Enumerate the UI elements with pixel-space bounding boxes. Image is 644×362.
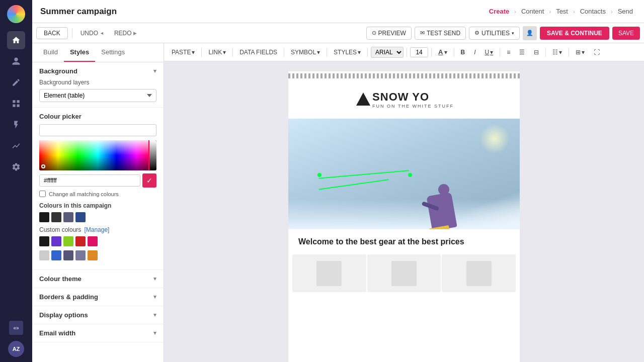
- sidebar-icon-bolt[interactable]: [7, 116, 25, 134]
- custom-swatch-4[interactable]: [75, 236, 86, 246]
- panel-tabs: Build Styles Settings: [32, 43, 164, 62]
- font-size-input[interactable]: [410, 47, 428, 57]
- sidebar-icon-home[interactable]: [7, 31, 25, 49]
- font-color-button[interactable]: A ▾: [435, 47, 450, 57]
- sidebar-icon-contacts[interactable]: [7, 52, 25, 70]
- symbol-button[interactable]: SYMBOL ▾: [287, 47, 324, 57]
- bold-button[interactable]: B: [457, 47, 469, 57]
- nav-step-create[interactable]: Create: [486, 7, 512, 16]
- change-matching-row: Change all matching colours: [39, 191, 156, 197]
- welcome-text-area: Welcome to the best gear at the best pri…: [288, 229, 520, 252]
- color-preview-bar[interactable]: [39, 124, 156, 136]
- borders-padding-chevron: ▾: [153, 294, 156, 300]
- custom-swatch-2[interactable]: [51, 236, 61, 246]
- color-confirm-button[interactable]: ✓: [142, 173, 156, 188]
- paste-button[interactable]: PASTE ▾: [168, 47, 198, 57]
- custom-swatch-9[interactable]: [75, 250, 86, 260]
- expand-icon[interactable]: «»: [9, 321, 23, 335]
- profile-mini-button[interactable]: 👤: [523, 26, 537, 40]
- canvas-top-border: [288, 73, 520, 78]
- nav-step-content[interactable]: Content: [518, 7, 547, 16]
- product-placeholder-1: [316, 261, 342, 286]
- indent-button[interactable]: ⊟: [530, 47, 542, 57]
- welcome-text[interactable]: Welcome to the best gear at the best pri…: [298, 237, 510, 246]
- sidebar-icon-edit[interactable]: [7, 73, 25, 92]
- custom-swatch-10[interactable]: [88, 250, 98, 260]
- preview-button[interactable]: ⊙ PREVIEW: [366, 27, 412, 40]
- utilities-button[interactable]: ⚙ UTILITIES ▾: [469, 27, 520, 40]
- logo-text-area: SNOW YO FUN ON THE WHITE STUFF: [372, 90, 454, 109]
- nav-step-send[interactable]: Send: [615, 7, 636, 16]
- custom-swatch-1[interactable]: [39, 236, 49, 246]
- custom-colours-row: Custom colours [Manage]: [39, 226, 156, 233]
- tab-build[interactable]: Build: [37, 43, 64, 62]
- nav-step-test[interactable]: Test: [553, 7, 571, 16]
- nav-step-contacts[interactable]: Contacts: [577, 7, 609, 16]
- campaign-color-swatches: [39, 212, 156, 222]
- resize-handle-right[interactable]: [408, 173, 412, 177]
- resize-handle-left[interactable]: [317, 173, 321, 177]
- back-button[interactable]: BACK: [36, 27, 68, 39]
- custom-swatch-7[interactable]: [51, 250, 61, 260]
- rich-toolbar: PASTE ▾ LINK ▾ DATA FIELDS SYMBOL: [164, 43, 644, 61]
- colour-theme-section[interactable]: Colour theme ▾: [32, 270, 164, 288]
- expand-button[interactable]: ⛶: [590, 47, 603, 57]
- sidebar-icon-settings[interactable]: [7, 158, 25, 176]
- custom-color-swatches: [39, 236, 156, 246]
- data-fields-button[interactable]: DATA FIELDS: [236, 47, 281, 57]
- align-center-button[interactable]: ☰: [516, 47, 528, 57]
- product-card-1[interactable]: [292, 254, 366, 292]
- color-cursor: [41, 164, 45, 168]
- italic-button[interactable]: I: [470, 47, 479, 57]
- left-panel: Build Styles Settings Background ▾ Backg…: [32, 43, 164, 362]
- save-continue-button[interactable]: SAVE & CONTINUE: [540, 27, 609, 40]
- color-alpha-strip: [149, 140, 156, 170]
- custom-swatch-6[interactable]: [39, 250, 49, 260]
- sun-glow: [479, 124, 510, 154]
- hero-image[interactable]: [288, 119, 520, 229]
- styles-button[interactable]: STYLES ▾: [330, 47, 364, 57]
- sidebar-icon-chart[interactable]: [7, 137, 25, 155]
- color-hex-input[interactable]: [39, 174, 140, 187]
- campaign-swatch-4[interactable]: [75, 212, 86, 222]
- app-logo[interactable]: [7, 5, 25, 23]
- tab-settings[interactable]: Settings: [95, 43, 131, 62]
- campaign-swatch-3[interactable]: [63, 212, 73, 222]
- product-placeholder-2: [391, 261, 417, 286]
- campaign-swatch-1[interactable]: [39, 212, 49, 222]
- icon-sidebar: «» AZ: [0, 0, 32, 362]
- tab-styles[interactable]: Styles: [64, 43, 95, 62]
- product-card-2[interactable]: [367, 254, 441, 292]
- toolbar-sep-1: [72, 28, 72, 38]
- underline-button[interactable]: U ▾: [481, 47, 497, 57]
- undo-button[interactable]: UNDO ◄: [76, 28, 108, 39]
- bg-layers-dropdown[interactable]: Element (table) Page Body: [39, 89, 156, 102]
- change-matching-checkbox[interactable]: [39, 191, 46, 197]
- custom-swatch-3[interactable]: [63, 236, 73, 246]
- nav-arrow-1: ›: [514, 9, 516, 15]
- test-send-button[interactable]: ✉ TEST SEND: [415, 27, 466, 40]
- background-section-header[interactable]: Background ▾: [39, 67, 156, 75]
- user-avatar[interactable]: AZ: [8, 341, 24, 357]
- redo-button[interactable]: REDO ▶: [110, 28, 141, 39]
- email-width-section[interactable]: Email width ▾: [32, 324, 164, 342]
- top-header: Summer campaign Create › Content › Test …: [32, 0, 644, 23]
- save-button[interactable]: SAVE: [612, 27, 640, 40]
- link-button[interactable]: LINK ▾: [205, 47, 229, 57]
- custom-swatch-5[interactable]: [88, 236, 98, 246]
- color-hex-row: ✓: [39, 173, 156, 188]
- background-section: Background ▾ Background layers Element (…: [32, 62, 164, 108]
- borders-padding-section[interactable]: Borders & padding ▾: [32, 288, 164, 306]
- display-options-section[interactable]: Display options ▾: [32, 306, 164, 324]
- campaign-swatch-2[interactable]: [51, 212, 61, 222]
- table-button[interactable]: ⊞ ▾: [572, 47, 588, 57]
- manage-link[interactable]: [Manage]: [84, 226, 109, 233]
- custom-swatch-8[interactable]: [63, 250, 73, 260]
- product-card-3[interactable]: [442, 254, 516, 292]
- color-gradient-box[interactable]: [39, 140, 156, 170]
- font-selector[interactable]: ARIAL: [371, 47, 404, 58]
- sidebar-icon-grid[interactable]: [7, 95, 25, 113]
- background-chevron: ▾: [153, 68, 156, 74]
- list-button[interactable]: ☷ ▾: [549, 47, 566, 57]
- align-left-button[interactable]: ≡: [503, 47, 514, 57]
